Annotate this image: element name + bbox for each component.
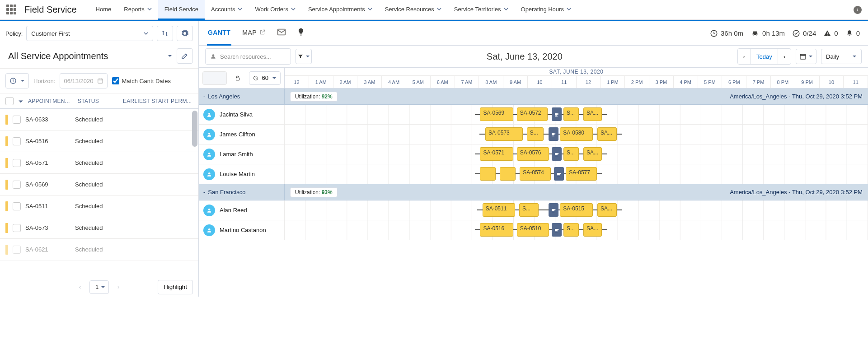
nav-tab-service-appointments[interactable]: Service Appointments	[302, 0, 379, 20]
appointment-block[interactable]: SA-0576	[517, 147, 549, 161]
appointment-block[interactable]: SA...	[597, 203, 617, 217]
appointment-block[interactable]: SA...	[583, 223, 602, 237]
nav-tab-operating-hours[interactable]: Operating Hours	[515, 0, 577, 20]
nav-tab-reports[interactable]: Reports	[117, 0, 158, 20]
row-checkbox[interactable]	[13, 159, 21, 167]
appointment-row[interactable]: SA-0569Scheduled	[0, 174, 198, 195]
break-block[interactable]	[549, 203, 558, 217]
appointment-row[interactable]: SA-0516Scheduled	[0, 130, 198, 152]
gantt-lane[interactable]: SA-0511S...SA-0515SA...	[285, 200, 868, 220]
horizon-date-input[interactable]: 06/13/2020	[60, 73, 107, 88]
appointment-block[interactable]: SA-0577	[566, 167, 596, 181]
appointment-block[interactable]: SA-0573	[485, 127, 523, 141]
row-checkbox[interactable]	[13, 116, 21, 124]
appointment-block[interactable]: S...	[519, 203, 539, 217]
swap-icon-button[interactable]	[157, 26, 173, 41]
break-block[interactable]	[554, 167, 564, 181]
highlight-button[interactable]: Highlight	[158, 280, 193, 294]
resource-name-cell[interactable]: Louise Martin	[199, 164, 285, 184]
gantt-lane[interactable]: SA-0573S...SA-0580SA...	[285, 125, 868, 144]
resource-name-cell[interactable]: James Clifton	[199, 125, 285, 144]
gear-icon-button[interactable]	[177, 26, 193, 41]
appointment-block[interactable]: SA...	[597, 127, 617, 141]
resource-name-cell[interactable]: Jacinta Silva	[199, 105, 285, 124]
appointment-block[interactable]: SA...	[583, 107, 602, 121]
resource-name-cell[interactable]: Lamar Smith	[199, 144, 285, 164]
nav-tab-home[interactable]: Home	[89, 0, 118, 20]
info-icon[interactable]: i	[854, 6, 862, 14]
break-block[interactable]	[552, 107, 562, 121]
break-block[interactable]	[552, 223, 562, 237]
scale-select[interactable]: Daily	[821, 49, 862, 64]
appointment-row[interactable]: SA-0573Scheduled	[0, 217, 198, 239]
gantt-lane[interactable]: SA-0569SA-0572S...SA...	[285, 105, 868, 124]
territory-header[interactable]: -Los AngelesUtilization: 92%America/Los_…	[199, 88, 868, 105]
prev-day-button[interactable]: ‹	[738, 48, 751, 65]
resource-name-cell[interactable]: Alan Reed	[199, 200, 285, 220]
lock-icon[interactable]	[235, 75, 241, 81]
schedule-mode-select[interactable]	[5, 73, 29, 88]
today-button[interactable]: Today	[751, 48, 778, 65]
tab-map[interactable]: MAP	[241, 21, 267, 46]
filter-button[interactable]	[296, 49, 312, 64]
appointment-row[interactable]: SA-0633Scheduled	[0, 109, 198, 130]
nav-tab-work-orders[interactable]: Work Orders	[249, 0, 301, 20]
appointment-block[interactable]: S...	[563, 147, 579, 161]
list-dropdown-icon[interactable]	[168, 54, 172, 58]
resource-name-cell[interactable]: Martino Castanon	[199, 220, 285, 240]
appointment-block[interactable]: SA-0516	[480, 223, 513, 237]
resource-search-input[interactable]: Search resources...	[205, 48, 291, 65]
appointment-block[interactable]: SA-0580	[560, 127, 592, 141]
scrollbar-thumb[interactable]	[192, 111, 197, 147]
collapse-icon[interactable]: -	[203, 189, 205, 195]
row-checkbox[interactable]	[13, 137, 21, 145]
row-checkbox[interactable]	[13, 202, 21, 210]
app-launcher-icon[interactable]	[6, 5, 17, 15]
appointment-row[interactable]: SA-0511Scheduled	[0, 195, 198, 217]
gantt-lane[interactable]: SA-0571SA-0576S...SA...	[285, 144, 868, 164]
next-page-button[interactable]: ›	[113, 282, 123, 292]
appointment-block[interactable]: S...	[563, 223, 579, 237]
prev-page-button[interactable]: ‹	[75, 282, 85, 292]
territory-header[interactable]: -San FranciscoUtilization: 93%America/Lo…	[199, 184, 868, 200]
match-gantt-checkbox[interactable]: Match Gantt Dates	[112, 77, 171, 84]
next-day-button[interactable]: ›	[778, 48, 791, 65]
appointment-block[interactable]: SA-0511	[483, 203, 515, 217]
appointment-block[interactable]: S...	[527, 127, 544, 141]
mail-icon[interactable]	[277, 27, 286, 39]
row-checkbox[interactable]	[13, 181, 21, 189]
edit-icon-button[interactable]	[177, 48, 193, 64]
appointment-block[interactable]: SA...	[583, 147, 602, 161]
row-checkbox[interactable]	[13, 246, 21, 254]
appointment-block[interactable]	[500, 167, 516, 181]
appointment-block[interactable]: S...	[563, 107, 579, 121]
tab-gantt[interactable]: GANTT	[207, 21, 231, 46]
break-block[interactable]	[552, 147, 562, 161]
nav-tab-accounts[interactable]: Accounts	[205, 0, 249, 20]
appointment-block[interactable]: SA-0510	[517, 223, 549, 237]
appointment-block[interactable]: SA-0569	[480, 107, 513, 121]
appointment-block[interactable]: SA-0574	[520, 167, 550, 181]
appointment-block[interactable]	[480, 167, 496, 181]
gantt-lane[interactable]: SA-0574SA-0577	[285, 164, 868, 184]
policy-select[interactable]: Customer First	[26, 26, 153, 41]
nav-tab-service-resources[interactable]: Service Resources	[379, 0, 448, 20]
appointment-block[interactable]: SA-0571	[480, 147, 513, 161]
duration-select[interactable]: 60	[249, 71, 281, 85]
page-select[interactable]: 1	[89, 280, 109, 294]
nav-tab-service-territories[interactable]: Service Territories	[448, 0, 515, 20]
gantt-lane[interactable]: SA-0516SA-0510S...SA...	[285, 220, 868, 240]
collapse-icon[interactable]: -	[203, 93, 205, 100]
calendar-picker-button[interactable]	[796, 49, 816, 64]
appointment-block[interactable]: SA-0572	[517, 107, 548, 121]
appointment-row[interactable]: SA-0571Scheduled	[0, 152, 198, 174]
break-block[interactable]	[549, 127, 558, 141]
appointment-row[interactable]: SA-0621Scheduled	[0, 239, 198, 261]
nav-tab-field-service[interactable]: Field Service	[158, 0, 205, 20]
row-checkbox[interactable]	[13, 224, 21, 232]
bulb-icon[interactable]	[296, 28, 305, 39]
territory-collapse-slot[interactable]	[202, 71, 227, 85]
select-all-checkbox[interactable]	[5, 97, 14, 105]
chevron-down-icon[interactable]	[18, 99, 23, 103]
appointment-block[interactable]: SA-0515	[560, 203, 592, 217]
